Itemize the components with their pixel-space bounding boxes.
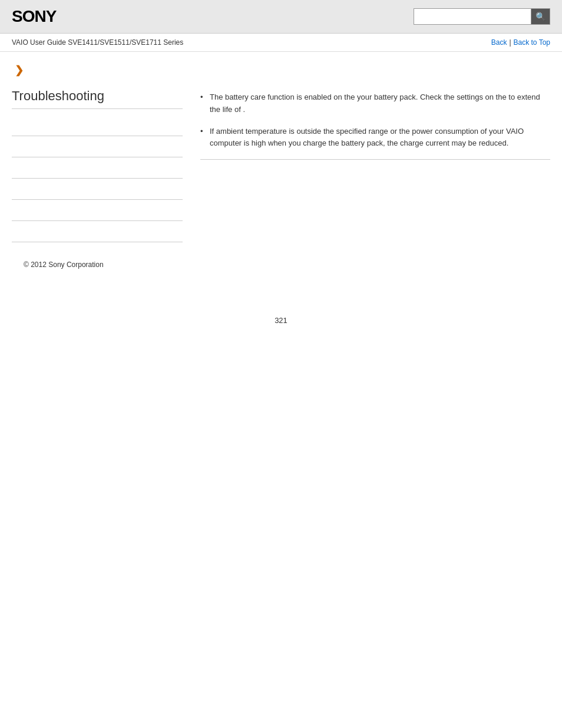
sidebar-item-3 bbox=[12, 157, 183, 179]
header: SONY 🔍 bbox=[0, 0, 562, 34]
breadcrumb-arrow: ❯ bbox=[15, 64, 550, 77]
sidebar-item-5 bbox=[12, 200, 183, 221]
main-content: ❯ Troubleshooting The battery care funct… bbox=[0, 52, 562, 337]
nav-links: Back | Back to Top bbox=[491, 38, 550, 47]
back-to-top-link[interactable]: Back to Top bbox=[514, 38, 550, 47]
guide-title: VAIO User Guide SVE1411/SVE1511/SVE1711 … bbox=[12, 38, 183, 47]
bullet-item-1: The battery care function is enabled on … bbox=[200, 91, 550, 116]
sidebar: Troubleshooting bbox=[12, 88, 183, 242]
nav-bar: VAIO User Guide SVE1411/SVE1511/SVE1711 … bbox=[0, 34, 562, 52]
sidebar-title: Troubleshooting bbox=[12, 88, 183, 109]
back-link[interactable]: Back bbox=[491, 38, 507, 47]
sidebar-item-4 bbox=[12, 179, 183, 200]
bullet-list: The battery care function is enabled on … bbox=[200, 91, 550, 150]
search-icon: 🔍 bbox=[535, 12, 546, 21]
right-content: The battery care function is enabled on … bbox=[200, 88, 550, 242]
sony-logo: SONY bbox=[12, 7, 56, 26]
content-layout: Troubleshooting The battery care functio… bbox=[12, 88, 550, 242]
bullet1-text: The battery care function is enabled on … bbox=[210, 93, 507, 101]
sidebar-item-1 bbox=[12, 115, 183, 136]
page-number: 321 bbox=[12, 316, 550, 325]
bullet-item-2: If ambient temperature is outside the sp… bbox=[200, 126, 550, 150]
sidebar-item-6 bbox=[12, 221, 183, 242]
sidebar-item-2 bbox=[12, 136, 183, 157]
search-button[interactable]: 🔍 bbox=[531, 8, 550, 25]
nav-separator: | bbox=[509, 38, 511, 47]
copyright-text: © 2012 Sony Corporation bbox=[24, 261, 104, 269]
footer: © 2012 Sony Corporation bbox=[12, 260, 550, 269]
search-input[interactable] bbox=[414, 8, 531, 25]
bullet1-text3: . bbox=[243, 105, 245, 114]
search-container: 🔍 bbox=[414, 8, 550, 25]
content-divider bbox=[200, 159, 550, 160]
